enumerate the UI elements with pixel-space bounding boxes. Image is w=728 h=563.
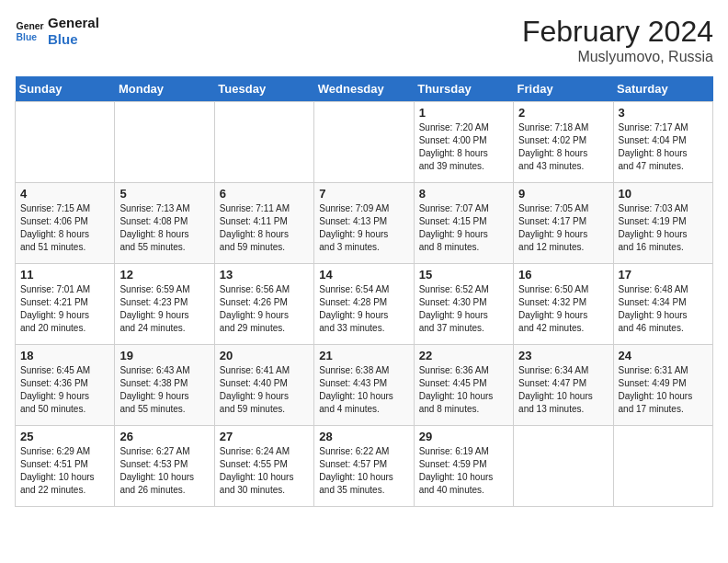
calendar-cell: 9Sunrise: 7:05 AM Sunset: 4:17 PM Daylig…: [514, 183, 613, 264]
calendar-cell: 28Sunrise: 6:22 AM Sunset: 4:57 PM Dayli…: [314, 426, 414, 507]
calendar-cell: 10Sunrise: 7:03 AM Sunset: 4:19 PM Dayli…: [613, 183, 712, 264]
calendar-cell: 24Sunrise: 6:31 AM Sunset: 4:49 PM Dayli…: [613, 345, 712, 426]
day-info: Sunrise: 6:22 AM Sunset: 4:57 PM Dayligh…: [319, 445, 408, 497]
calendar-cell: 17Sunrise: 6:48 AM Sunset: 4:34 PM Dayli…: [613, 264, 712, 345]
logo-icon: General Blue: [15, 17, 44, 46]
calendar-cell: 26Sunrise: 6:27 AM Sunset: 4:53 PM Dayli…: [115, 426, 214, 507]
calendar-cell: 5Sunrise: 7:13 AM Sunset: 4:08 PM Daylig…: [115, 183, 214, 264]
col-wednesday: Wednesday: [314, 76, 414, 102]
day-info: Sunrise: 6:41 AM Sunset: 4:40 PM Dayligh…: [220, 364, 309, 416]
day-info: Sunrise: 7:01 AM Sunset: 4:21 PM Dayligh…: [20, 283, 109, 335]
calendar-cell: 21Sunrise: 6:38 AM Sunset: 4:43 PM Dayli…: [314, 345, 414, 426]
day-number: 26: [119, 430, 209, 443]
title-block: February 2024 Muslyumovo, Russia: [522, 15, 713, 65]
day-info: Sunrise: 7:15 AM Sunset: 4:06 PM Dayligh…: [20, 202, 109, 254]
calendar-cell: 15Sunrise: 6:52 AM Sunset: 4:30 PM Dayli…: [414, 264, 513, 345]
week-row-2: 11Sunrise: 7:01 AM Sunset: 4:21 PM Dayli…: [16, 264, 713, 345]
calendar-cell: 11Sunrise: 7:01 AM Sunset: 4:21 PM Dayli…: [16, 264, 115, 345]
day-number: 18: [20, 349, 109, 362]
calendar-cell: [16, 102, 115, 183]
day-info: Sunrise: 6:52 AM Sunset: 4:30 PM Dayligh…: [419, 283, 508, 335]
calendar-table: Sunday Monday Tuesday Wednesday Thursday…: [15, 76, 713, 507]
day-info: Sunrise: 7:11 AM Sunset: 4:11 PM Dayligh…: [220, 202, 309, 254]
week-row-4: 25Sunrise: 6:29 AM Sunset: 4:51 PM Dayli…: [16, 426, 713, 507]
svg-text:General: General: [17, 21, 44, 31]
day-number: 3: [619, 106, 708, 120]
day-info: Sunrise: 7:05 AM Sunset: 4:17 PM Dayligh…: [518, 202, 608, 254]
day-info: Sunrise: 6:24 AM Sunset: 4:55 PM Dayligh…: [220, 445, 309, 497]
col-tuesday: Tuesday: [214, 76, 313, 102]
calendar-cell: 25Sunrise: 6:29 AM Sunset: 4:51 PM Dayli…: [16, 426, 115, 507]
calendar-cell: 6Sunrise: 7:11 AM Sunset: 4:11 PM Daylig…: [214, 183, 313, 264]
day-number: 12: [119, 268, 209, 282]
day-number: 4: [20, 187, 109, 201]
logo-blue: Blue: [48, 31, 99, 48]
day-number: 10: [619, 187, 708, 201]
logo-general: General: [48, 15, 99, 31]
day-number: 29: [419, 430, 508, 443]
week-row-1: 4Sunrise: 7:15 AM Sunset: 4:06 PM Daylig…: [16, 183, 713, 264]
day-info: Sunrise: 6:56 AM Sunset: 4:26 PM Dayligh…: [220, 283, 309, 335]
day-info: Sunrise: 7:18 AM Sunset: 4:02 PM Dayligh…: [518, 121, 608, 173]
day-number: 6: [220, 187, 309, 201]
page-header: General Blue General Blue February 2024 …: [15, 15, 713, 65]
calendar-cell: 3Sunrise: 7:17 AM Sunset: 4:04 PM Daylig…: [613, 102, 712, 183]
calendar-cell: 29Sunrise: 6:19 AM Sunset: 4:59 PM Dayli…: [414, 426, 513, 507]
day-info: Sunrise: 6:38 AM Sunset: 4:43 PM Dayligh…: [319, 364, 408, 416]
calendar-cell: 13Sunrise: 6:56 AM Sunset: 4:26 PM Dayli…: [214, 264, 313, 345]
svg-text:Blue: Blue: [17, 32, 38, 42]
calendar-cell: 22Sunrise: 6:36 AM Sunset: 4:45 PM Dayli…: [414, 345, 513, 426]
location: Muslyumovo, Russia: [522, 49, 713, 65]
day-number: 9: [518, 187, 608, 201]
month-year: February 2024: [522, 15, 713, 49]
day-info: Sunrise: 7:09 AM Sunset: 4:13 PM Dayligh…: [319, 202, 408, 254]
calendar-cell: 20Sunrise: 6:41 AM Sunset: 4:40 PM Dayli…: [214, 345, 313, 426]
day-number: 17: [619, 268, 708, 282]
calendar-cell: [115, 102, 214, 183]
calendar-cell: 12Sunrise: 6:59 AM Sunset: 4:23 PM Dayli…: [115, 264, 214, 345]
calendar-cell: [214, 102, 313, 183]
day-number: 19: [119, 349, 209, 362]
day-number: 23: [518, 349, 608, 362]
day-number: 2: [518, 106, 608, 120]
day-info: Sunrise: 7:03 AM Sunset: 4:19 PM Dayligh…: [619, 202, 708, 254]
day-info: Sunrise: 6:50 AM Sunset: 4:32 PM Dayligh…: [518, 283, 608, 335]
day-info: Sunrise: 7:17 AM Sunset: 4:04 PM Dayligh…: [619, 121, 708, 173]
calendar-cell: 8Sunrise: 7:07 AM Sunset: 4:15 PM Daylig…: [414, 183, 513, 264]
day-number: 15: [419, 268, 508, 282]
calendar-cell: [514, 426, 613, 507]
col-friday: Friday: [514, 76, 613, 102]
col-sunday: Sunday: [16, 76, 115, 102]
calendar-cell: 14Sunrise: 6:54 AM Sunset: 4:28 PM Dayli…: [314, 264, 414, 345]
day-number: 21: [319, 349, 408, 362]
calendar-cell: 18Sunrise: 6:45 AM Sunset: 4:36 PM Dayli…: [16, 345, 115, 426]
day-number: 22: [419, 349, 508, 362]
day-info: Sunrise: 6:29 AM Sunset: 4:51 PM Dayligh…: [20, 445, 109, 497]
day-number: 5: [119, 187, 209, 201]
day-number: 8: [419, 187, 508, 201]
calendar-cell: 4Sunrise: 7:15 AM Sunset: 4:06 PM Daylig…: [16, 183, 115, 264]
day-info: Sunrise: 6:59 AM Sunset: 4:23 PM Dayligh…: [119, 283, 209, 335]
day-number: 14: [319, 268, 408, 282]
day-info: Sunrise: 7:13 AM Sunset: 4:08 PM Dayligh…: [119, 202, 209, 254]
day-info: Sunrise: 6:27 AM Sunset: 4:53 PM Dayligh…: [119, 445, 209, 497]
calendar-cell: 27Sunrise: 6:24 AM Sunset: 4:55 PM Dayli…: [214, 426, 313, 507]
day-info: Sunrise: 7:20 AM Sunset: 4:00 PM Dayligh…: [419, 121, 508, 173]
calendar-cell: [613, 426, 712, 507]
day-info: Sunrise: 6:31 AM Sunset: 4:49 PM Dayligh…: [619, 364, 708, 416]
calendar-cell: 16Sunrise: 6:50 AM Sunset: 4:32 PM Dayli…: [514, 264, 613, 345]
day-info: Sunrise: 6:54 AM Sunset: 4:28 PM Dayligh…: [319, 283, 408, 335]
day-number: 24: [619, 349, 708, 362]
day-number: 16: [518, 268, 608, 282]
calendar-cell: 23Sunrise: 6:34 AM Sunset: 4:47 PM Dayli…: [514, 345, 613, 426]
calendar-cell: 1Sunrise: 7:20 AM Sunset: 4:00 PM Daylig…: [414, 102, 513, 183]
day-number: 27: [220, 430, 309, 443]
day-number: 7: [319, 187, 408, 201]
day-number: 20: [220, 349, 309, 362]
day-info: Sunrise: 6:45 AM Sunset: 4:36 PM Dayligh…: [20, 364, 109, 416]
header-row: Sunday Monday Tuesday Wednesday Thursday…: [16, 76, 713, 102]
week-row-3: 18Sunrise: 6:45 AM Sunset: 4:36 PM Dayli…: [16, 345, 713, 426]
calendar-cell: [314, 102, 414, 183]
day-number: 11: [20, 268, 109, 282]
calendar-cell: 2Sunrise: 7:18 AM Sunset: 4:02 PM Daylig…: [514, 102, 613, 183]
